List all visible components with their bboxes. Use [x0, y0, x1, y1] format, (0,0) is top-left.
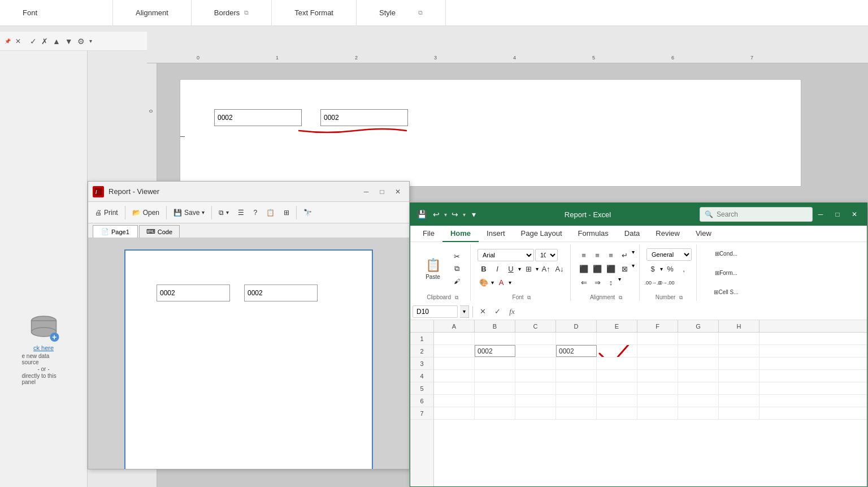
cell-c4[interactable] [515, 370, 556, 382]
excel-tab-insert[interactable]: Insert [479, 226, 513, 242]
font-size-select[interactable]: 10 [535, 249, 558, 261]
format-painter-button[interactable]: 🖌 [448, 275, 466, 287]
cell-g6[interactable] [678, 395, 719, 407]
increase-decimal-button[interactable]: .0→.00 [660, 277, 672, 289]
alignment-expand-icon[interactable]: ⧉ [619, 295, 622, 300]
cell-h5[interactable] [719, 382, 760, 394]
wrap-text-button[interactable]: ↵ [618, 249, 631, 261]
copy-button[interactable]: ⧉ [448, 263, 466, 274]
border-dropdown-icon[interactable]: ▾ [536, 266, 539, 272]
cell-b7[interactable] [475, 407, 515, 419]
cell-a1[interactable] [434, 333, 475, 344]
cell-h1[interactable] [719, 333, 760, 344]
cell-a5[interactable] [434, 382, 475, 394]
close-icon[interactable]: ✕ [15, 37, 21, 45]
excel-undo-button[interactable]: ↩ [429, 208, 443, 221]
indent-decrease-button[interactable]: ⇐ [578, 276, 590, 288]
cell-c5[interactable] [515, 382, 556, 394]
gear-icon[interactable]: ⚙ [77, 37, 85, 46]
font-decrease-button[interactable]: A↓ [553, 262, 566, 275]
row-header-2[interactable]: 2 [410, 345, 433, 357]
binoculars-button[interactable]: 🔭 [300, 205, 315, 221]
text-dir-dropdown-icon[interactable]: ▾ [618, 276, 621, 288]
cell-h3[interactable] [719, 357, 760, 369]
cell-f1[interactable] [637, 333, 678, 344]
wrap-dropdown-icon[interactable]: ▾ [632, 249, 635, 261]
save-button[interactable]: 💾 Save ▾ [170, 205, 208, 221]
number-expand-icon[interactable]: ⧉ [679, 295, 683, 300]
percent-button[interactable]: % [664, 262, 676, 275]
cell-e7[interactable] [597, 407, 637, 419]
cell-a3[interactable] [434, 357, 475, 369]
decrease-decimal-button[interactable]: .00→.0 [646, 277, 659, 289]
cell-d4[interactable] [556, 370, 597, 382]
cell-f6[interactable] [637, 395, 678, 407]
font-increase-button[interactable]: A↑ [540, 262, 552, 275]
cell-d3[interactable] [556, 357, 597, 369]
code-tab[interactable]: ⌨ Code [139, 225, 180, 238]
cell-b3[interactable] [475, 357, 515, 369]
cell-e1[interactable] [597, 333, 637, 344]
currency-button[interactable]: $ [646, 262, 659, 275]
excel-tab-pagelayout[interactable]: Page Layout [513, 226, 570, 242]
gear-chevron-icon[interactable]: ▾ [89, 38, 92, 44]
row-header-1[interactable]: 1 [410, 333, 433, 345]
cell-c6[interactable] [515, 395, 556, 407]
align-center-button[interactable]: ⬛ [591, 262, 604, 275]
cell-a7[interactable] [434, 407, 475, 419]
clipboard-expand-icon[interactable]: ⧉ [455, 295, 458, 300]
layout-button[interactable]: ☰ [235, 205, 248, 221]
cell-e6[interactable] [597, 395, 637, 407]
font-color-dropdown-icon[interactable]: ▾ [509, 279, 511, 286]
cell-c1[interactable] [515, 333, 556, 344]
cell-e5[interactable] [597, 382, 637, 394]
cell-b4[interactable] [475, 370, 515, 382]
ribbon-tab-font[interactable]: Font [0, 0, 113, 25]
cell-b2[interactable]: 0002 [475, 345, 515, 357]
row-header-5[interactable]: 5 [410, 382, 433, 395]
excel-more-button[interactable]: ▾ [467, 208, 480, 221]
cell-d5[interactable] [556, 382, 597, 394]
pin-icon[interactable]: 📌 [5, 38, 11, 44]
fill-color-button[interactable]: 🎨 [478, 276, 490, 288]
font-expand-icon[interactable]: ⧉ [527, 295, 531, 300]
font-name-select[interactable]: Arial [478, 249, 534, 261]
col-header-c[interactable]: C [515, 320, 556, 332]
align-top-left-button[interactable]: ≡ [578, 249, 590, 261]
cell-d2[interactable]: 0002 [556, 345, 597, 357]
excel-tab-view[interactable]: View [688, 226, 719, 242]
underline-dropdown-icon[interactable]: ▾ [518, 266, 521, 272]
fill-dropdown-icon[interactable]: ▾ [491, 279, 494, 286]
maximize-button[interactable]: □ [375, 185, 389, 199]
excel-minimize-button[interactable]: ─ [813, 206, 828, 222]
cell-g2[interactable] [678, 345, 719, 357]
cell-g1[interactable] [678, 333, 719, 344]
check-icon[interactable]: ✓ [30, 37, 37, 46]
col-header-e[interactable]: E [597, 320, 637, 332]
col-header-f[interactable]: F [637, 320, 678, 332]
indent-increase-button[interactable]: ⇒ [591, 276, 604, 288]
cell-a4[interactable] [434, 370, 475, 382]
row-header-7[interactable]: 7 [410, 407, 433, 420]
excel-maximize-button[interactable]: □ [830, 206, 845, 222]
cell-f7[interactable] [637, 407, 678, 419]
cell-styles-button[interactable]: ⊞ Cell S... [704, 283, 749, 301]
font-color-button[interactable]: A [495, 276, 507, 288]
cell-d1[interactable] [556, 333, 597, 344]
ribbon-tab-borders[interactable]: Borders ⧉ [192, 0, 272, 25]
comma-button[interactable]: , [678, 262, 690, 275]
currency-dropdown-icon[interactable]: ▾ [660, 266, 663, 272]
close-button[interactable]: ✕ [391, 185, 405, 199]
cell-b6[interactable] [475, 395, 515, 407]
x-icon[interactable]: ✗ [41, 37, 48, 46]
up-icon[interactable]: ▲ [53, 37, 60, 46]
formula-confirm-button[interactable]: ✓ [491, 305, 504, 318]
sidebar-link[interactable]: ck here [33, 344, 54, 352]
cell-h7[interactable] [719, 407, 760, 419]
cell-a2[interactable] [434, 345, 475, 357]
cell-g7[interactable] [678, 407, 719, 419]
cell-f2[interactable] [637, 345, 678, 357]
excel-tab-formulas[interactable]: Formulas [570, 226, 617, 242]
cell-b5[interactable] [475, 382, 515, 394]
bold-button[interactable]: B [478, 262, 490, 275]
